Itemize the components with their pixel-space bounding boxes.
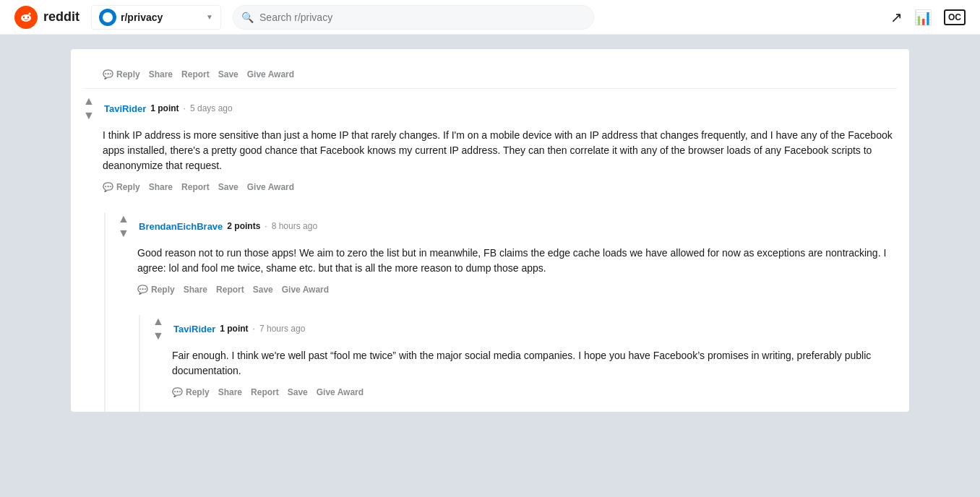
give-award-button[interactable]: Give Award — [317, 384, 364, 400]
topnav: reddit r/privacy ▼ 🔍 ↗ 📊 OC — [0, 0, 980, 35]
separator: · — [184, 103, 186, 113]
comment-tavirider-1: ▲ ▼ TaviRider 1 point · 5 days ago I thi… — [82, 95, 898, 412]
comment-indent-2: ▲ ▼ TaviRider 1 point · 7 hours ago — [139, 315, 898, 412]
nav-icons: ↗ 📊 OC — [890, 9, 966, 26]
report-button[interactable]: Report — [216, 282, 244, 298]
save-button[interactable]: Save — [218, 179, 238, 195]
reply-icon: 💬 — [172, 387, 183, 397]
reddit-logo[interactable]: reddit — [14, 6, 79, 29]
report-button[interactable]: Report — [181, 179, 210, 195]
share-button[interactable]: Share — [149, 179, 173, 195]
reply-icon: 💬 — [103, 69, 113, 79]
downvote-button[interactable]: ▼ — [152, 329, 165, 342]
reddit-icon — [14, 6, 38, 29]
vote-arrows: ▲ ▼ — [152, 315, 165, 342]
trending-icon[interactable]: ↗ — [890, 9, 903, 26]
separator: · — [265, 221, 267, 231]
upvote-button[interactable]: ▲ — [152, 315, 165, 328]
comment-body: Good reason not to run those apps! We ai… — [137, 246, 898, 276]
search-input[interactable] — [233, 5, 594, 30]
comment-meta: TaviRider 1 point · 5 days ago — [104, 103, 233, 114]
page-wrapper: 💬 Reply Share Report Save Give Award ▲ ▼ — [56, 35, 924, 426]
comment-thread: 💬 Reply Share Report Save Give Award ▲ ▼ — [71, 49, 909, 412]
author-link[interactable]: TaviRider — [104, 103, 146, 114]
comment-actions: 💬 Reply Share Report Save — [172, 384, 898, 403]
comment-timestamp: 8 hours ago — [272, 221, 317, 231]
share-button[interactable]: Share — [184, 282, 207, 298]
comment-score: 1 point — [150, 103, 179, 113]
share-button[interactable]: Share — [218, 384, 242, 400]
reply-button[interactable]: 💬 Reply — [103, 179, 140, 195]
partial-reply-button[interactable]: 💬 Reply — [103, 66, 140, 82]
partial-give-award-button[interactable]: Give Award — [247, 66, 294, 82]
comment-header: ▲ ▼ BrendanEichBrave 2 points · 8 hours … — [117, 212, 898, 240]
reply-button[interactable]: 💬 Reply — [172, 384, 210, 400]
save-button[interactable]: Save — [288, 384, 308, 400]
vote-arrows: ▲ ▼ — [117, 212, 130, 240]
svg-point-1 — [21, 14, 31, 22]
reply-button[interactable]: 💬 Reply — [137, 282, 175, 298]
comment-meta: BrendanEichBrave 2 points · 8 hours ago — [139, 221, 317, 232]
reddit-wordmark: reddit — [43, 9, 79, 25]
comment-header: ▲ ▼ TaviRider 1 point · 7 hours ago — [152, 315, 898, 342]
give-award-button[interactable]: Give Award — [282, 282, 329, 298]
comment-body: I think IP address is more sensitive tha… — [103, 128, 898, 173]
comment-indent-1: ▲ ▼ BrendanEichBrave 2 points · 8 hours … — [104, 212, 898, 412]
comment-score: 2 points — [227, 221, 260, 231]
comment-body: Fair enough. I think we're well past “fo… — [172, 348, 898, 379]
save-button[interactable]: Save — [253, 282, 273, 298]
comment-score: 1 point — [220, 324, 248, 334]
partial-save-button[interactable]: Save — [218, 66, 238, 82]
comment-tavirider-2: ▲ ▼ TaviRider 1 point · 7 hours ago — [152, 315, 898, 412]
comment-brendan: ▲ ▼ BrendanEichBrave 2 points · 8 hours … — [117, 212, 898, 412]
comment-timestamp: 7 hours ago — [259, 324, 305, 334]
comment-actions: 💬 Reply Share Report Save Give Award — [103, 179, 898, 198]
upvote-button[interactable]: ▲ — [117, 212, 130, 225]
separator: · — [253, 324, 255, 334]
partial-share-button[interactable]: Share — [149, 66, 173, 82]
subreddit-selector[interactable]: r/privacy ▼ — [91, 5, 221, 30]
report-button[interactable]: Report — [251, 384, 279, 400]
author-link[interactable]: BrendanEichBrave — [139, 221, 223, 232]
search-bar: 🔍 — [233, 5, 594, 30]
dropdown-arrow-icon: ▼ — [206, 13, 213, 21]
reply-icon: 💬 — [103, 182, 113, 192]
svg-point-2 — [23, 16, 25, 17]
chart-icon[interactable]: 📊 — [914, 9, 932, 26]
svg-point-3 — [27, 16, 29, 17]
reply-icon: 💬 — [137, 285, 148, 295]
partial-report-button[interactable]: Report — [181, 66, 210, 82]
give-award-button[interactable]: Give Award — [247, 179, 294, 195]
subreddit-name: r/privacy — [121, 12, 163, 23]
search-icon: 🔍 — [241, 12, 254, 23]
vote-arrows: ▲ ▼ — [82, 95, 95, 122]
author-link[interactable]: TaviRider — [173, 324, 215, 334]
downvote-button[interactable]: ▼ — [117, 227, 130, 240]
downvote-button[interactable]: ▼ — [82, 109, 95, 122]
comment-timestamp: 5 days ago — [190, 103, 233, 113]
comment-meta: TaviRider 1 point · 7 hours ago — [173, 324, 305, 334]
partial-comment-actions: 💬 Reply Share Report Save Give Award — [82, 61, 898, 89]
subreddit-icon — [99, 9, 116, 26]
comment-actions: 💬 Reply Share Report Save — [137, 282, 898, 301]
comment-header: ▲ ▼ TaviRider 1 point · 5 days ago — [82, 95, 898, 122]
oc-badge[interactable]: OC — [944, 9, 966, 25]
upvote-button[interactable]: ▲ — [82, 95, 95, 108]
